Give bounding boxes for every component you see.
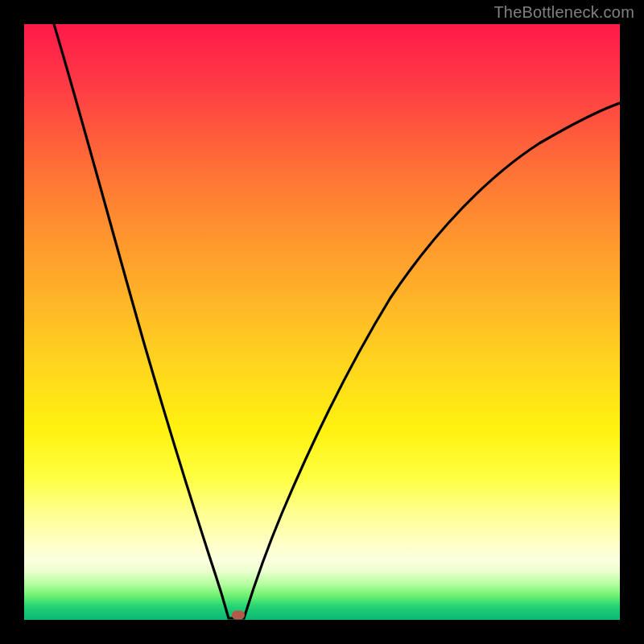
bottleneck-curve bbox=[24, 24, 620, 620]
curve-path bbox=[54, 24, 620, 618]
plot-area bbox=[24, 24, 620, 620]
minimum-marker bbox=[232, 611, 245, 620]
watermark-text: TheBottleneck.com bbox=[493, 3, 634, 22]
chart-frame: TheBottleneck.com bbox=[0, 0, 644, 644]
